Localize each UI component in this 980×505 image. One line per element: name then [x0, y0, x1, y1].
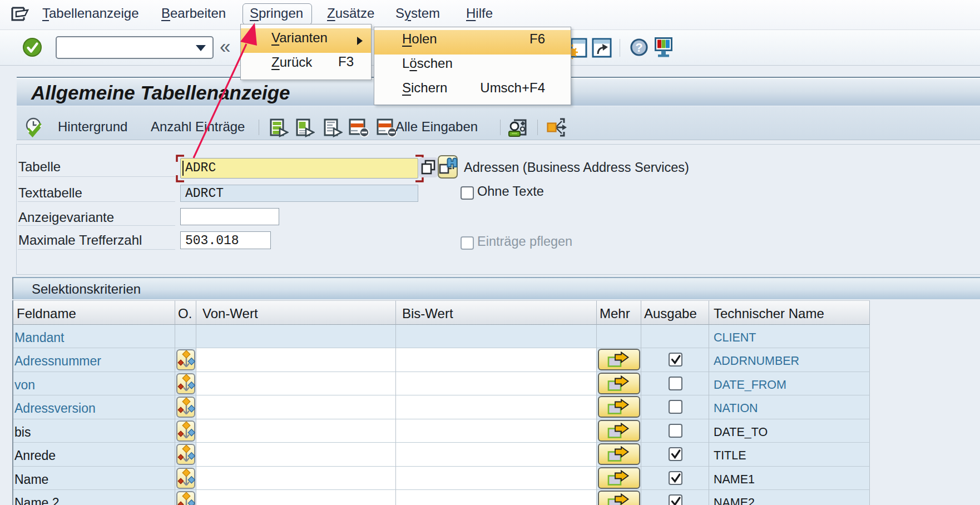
svg-text:?: ?: [635, 41, 642, 55]
